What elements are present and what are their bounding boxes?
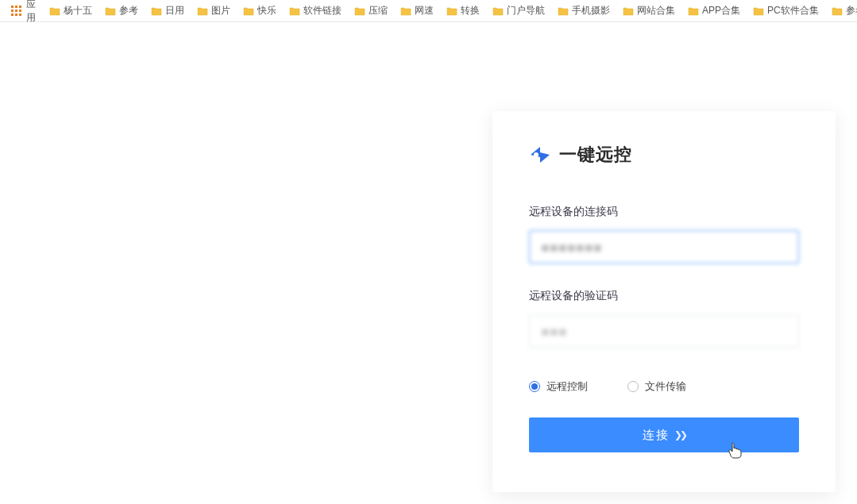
bookmark-item[interactable]: 日用 <box>145 0 191 21</box>
bookmark-label: 日用 <box>165 4 184 17</box>
radio-indicator-icon <box>627 381 639 392</box>
bookmark-label: 杨十五 <box>64 4 92 17</box>
radio-indicator-icon <box>529 381 540 392</box>
verification-code-label: 远程设备的验证码 <box>529 289 799 303</box>
bookmark-label: PC软件合集 <box>767 4 819 17</box>
bookmark-label: 网速 <box>415 4 434 17</box>
connect-button-label: 连接 <box>643 428 670 443</box>
folder-icon <box>832 6 843 16</box>
apps-launcher[interactable]: 应用 <box>5 0 43 21</box>
login-panel: 一键远控 远程设备的连接码 远程设备的验证码 远程控制 文件传输 连接 ❯❯ <box>492 111 836 492</box>
bookmark-item[interactable]: APP合集 <box>681 0 747 21</box>
bookmark-item[interactable]: 参考 <box>98 0 145 21</box>
svg-point-0 <box>534 152 539 157</box>
bookmark-label: 软件链接 <box>303 4 342 17</box>
chevron-right-icon: ❯❯ <box>674 429 685 441</box>
folder-icon <box>243 6 254 16</box>
bookmark-label: 参考 <box>119 4 138 17</box>
bookmark-item[interactable]: PC软件合集 <box>747 0 825 21</box>
bookmark-label: 网站合集 <box>637 4 675 17</box>
bookmark-item[interactable]: 网速 <box>394 0 440 21</box>
bookmark-item[interactable]: 门户导航 <box>486 0 551 21</box>
folder-icon <box>688 6 699 16</box>
folder-icon <box>753 6 764 16</box>
folder-icon <box>446 6 457 16</box>
bookmark-label: 门户导航 <box>507 4 545 17</box>
folder-icon <box>151 6 162 16</box>
folder-icon <box>492 6 504 16</box>
radio-label: 远程控制 <box>546 379 588 394</box>
bookmark-item[interactable]: 参考推文合 <box>825 0 857 21</box>
brand-row: 一键远控 <box>529 143 799 167</box>
apps-label: 应用 <box>26 0 37 25</box>
folder-icon <box>354 6 365 16</box>
bookmark-item[interactable]: 软件链接 <box>283 0 348 21</box>
verification-code-input[interactable] <box>529 314 799 348</box>
folder-icon <box>558 6 569 16</box>
radio-remote-control[interactable]: 远程控制 <box>529 379 588 394</box>
bookmark-label: 图片 <box>211 4 230 17</box>
folder-icon <box>197 6 208 16</box>
bookmark-item[interactable]: 图片 <box>191 0 237 21</box>
bookmark-label: 转换 <box>461 4 480 17</box>
bookmark-label: 参考推文合 <box>846 4 857 17</box>
folder-icon <box>289 6 300 16</box>
bookmark-label: APP合集 <box>702 4 740 17</box>
connection-code-input[interactable] <box>529 230 799 264</box>
apps-grid-icon <box>11 6 21 17</box>
bookmark-item[interactable]: 转换 <box>440 0 486 21</box>
connect-button[interactable]: 连接 ❯❯ <box>529 417 799 452</box>
brand-logo-icon <box>529 145 551 164</box>
radio-file-transfer[interactable]: 文件传输 <box>627 379 686 394</box>
folder-icon <box>49 6 60 16</box>
folder-icon <box>400 6 411 16</box>
bookmark-label: 手机摄影 <box>572 4 610 17</box>
folder-icon <box>105 6 116 16</box>
mode-radio-group: 远程控制 文件传输 <box>529 379 799 394</box>
radio-label: 文件传输 <box>645 379 686 394</box>
bookmark-label: 快乐 <box>257 4 276 17</box>
bookmark-item[interactable]: 网站合集 <box>616 0 681 21</box>
connection-code-label: 远程设备的连接码 <box>529 205 799 219</box>
folder-icon <box>623 6 634 16</box>
bookmark-item[interactable]: 压缩 <box>348 0 394 21</box>
bookmark-item[interactable]: 杨十五 <box>43 0 98 21</box>
bookmark-item[interactable]: 快乐 <box>237 0 283 21</box>
brand-title: 一键远控 <box>559 143 632 167</box>
bookmarks-bar: 应用 杨十五参考日用图片快乐软件链接压缩网速转换门户导航手机摄影网站合集APP合… <box>0 0 857 22</box>
bookmark-item[interactable]: 手机摄影 <box>551 0 616 21</box>
bookmark-label: 压缩 <box>369 4 388 17</box>
